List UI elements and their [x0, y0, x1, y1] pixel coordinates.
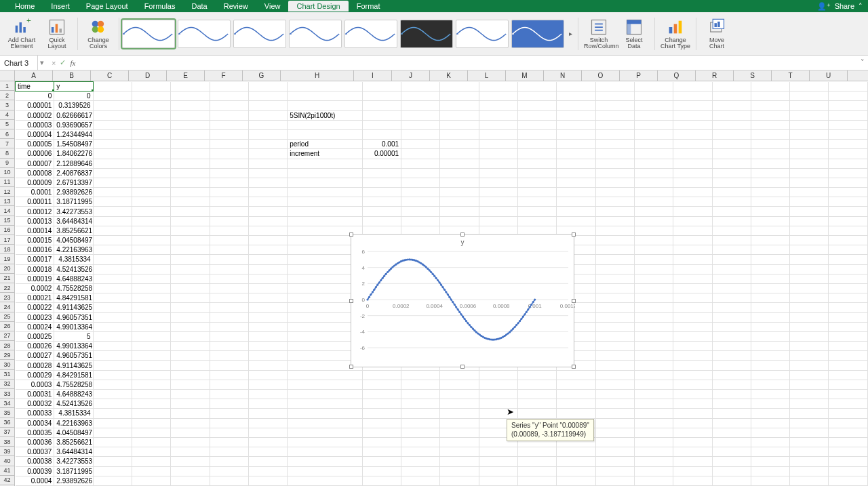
cell-R7[interactable] [712, 140, 751, 149]
chevron-up-icon[interactable]: ˄ [859, 2, 863, 11]
cell-D24[interactable] [132, 303, 170, 312]
cell-H38[interactable] [288, 437, 363, 447]
cell-T37[interactable] [790, 428, 829, 437]
cell-Q39[interactable] [673, 447, 712, 457]
cell-T24[interactable] [790, 303, 829, 312]
cell-F18[interactable] [210, 245, 248, 255]
cell-P42[interactable] [634, 476, 673, 485]
cell-O38[interactable] [595, 437, 634, 447]
cell-S23[interactable] [751, 293, 789, 303]
cell-A12[interactable]: 0.0001 [16, 188, 54, 197]
cell-Q28[interactable] [673, 342, 712, 351]
cell-C9[interactable] [93, 159, 132, 168]
cell-A32[interactable]: 0.0003 [16, 380, 54, 389]
column-header-M[interactable]: M [506, 70, 544, 81]
cell-N15[interactable] [557, 216, 595, 226]
cell-O29[interactable] [595, 351, 634, 361]
row-header-42[interactable]: 42 [0, 476, 14, 485]
row-header-40[interactable]: 40 [0, 456, 14, 466]
cell-D33[interactable] [132, 390, 170, 399]
cell-D4[interactable] [132, 110, 170, 120]
cell-R35[interactable] [712, 409, 751, 418]
cell-P33[interactable] [634, 390, 673, 399]
cell-R21[interactable] [712, 274, 751, 283]
cell-B32[interactable]: 4.75528258 [54, 380, 93, 389]
cell-A11[interactable]: 0.00009 [16, 178, 54, 187]
cell-Q33[interactable] [673, 390, 712, 399]
cell-D9[interactable] [132, 159, 170, 168]
cell-R31[interactable] [712, 370, 751, 380]
cell-M42[interactable] [517, 476, 556, 485]
cell-B34[interactable]: 4.52413526 [54, 399, 93, 409]
cell-A7[interactable]: 0.00005 [16, 140, 54, 149]
cell-C18[interactable] [93, 245, 132, 255]
cell-M4[interactable] [517, 110, 556, 120]
cell-M9[interactable] [517, 159, 556, 168]
cell-S24[interactable] [751, 303, 789, 312]
cell-F14[interactable] [210, 207, 248, 216]
resize-handle-se[interactable] [572, 365, 576, 369]
cell-T1[interactable] [790, 82, 829, 92]
cell-K5[interactable] [440, 120, 479, 129]
chart-style-4[interactable] [289, 20, 342, 48]
cell-O25[interactable] [595, 312, 634, 322]
cell-U19[interactable] [829, 255, 868, 264]
cell-N39[interactable] [557, 447, 595, 457]
cell-A1[interactable]: time [16, 82, 54, 92]
cell-T19[interactable] [790, 255, 829, 264]
cell-O11[interactable] [595, 178, 634, 187]
cell-U42[interactable] [829, 476, 868, 485]
cell-C27[interactable] [93, 331, 132, 341]
cell-S35[interactable] [751, 409, 789, 418]
cell-L42[interactable] [479, 476, 517, 485]
cell-A26[interactable]: 0.00024 [16, 322, 54, 331]
cell-R16[interactable] [712, 226, 751, 235]
cell-S15[interactable] [751, 216, 789, 226]
cell-E42[interactable] [171, 476, 210, 485]
cell-A10[interactable]: 0.00008 [16, 168, 54, 178]
cell-A28[interactable]: 0.00026 [16, 342, 54, 351]
cell-Q15[interactable] [673, 216, 712, 226]
cell-U11[interactable] [829, 178, 868, 187]
cell-F11[interactable] [210, 178, 248, 187]
cell-C36[interactable] [93, 418, 132, 428]
cell-O15[interactable] [595, 216, 634, 226]
cell-I1[interactable] [362, 82, 401, 92]
cell-U30[interactable] [829, 361, 868, 370]
cell-T15[interactable] [790, 216, 829, 226]
cell-J14[interactable] [401, 207, 440, 216]
cell-G42[interactable] [248, 476, 287, 485]
cell-A24[interactable]: 0.00022 [16, 303, 54, 312]
cell-P39[interactable] [634, 447, 673, 457]
cell-H33[interactable] [288, 390, 363, 399]
cell-D26[interactable] [132, 322, 170, 331]
cell-O9[interactable] [595, 159, 634, 168]
cell-H40[interactable] [288, 457, 363, 466]
cell-C41[interactable] [93, 466, 132, 476]
cell-T32[interactable] [790, 380, 829, 389]
cell-M41[interactable] [517, 466, 556, 476]
cell-U8[interactable] [829, 149, 868, 159]
cell-I32[interactable] [362, 380, 401, 389]
cell-B1[interactable]: y [54, 82, 93, 92]
cell-A27[interactable]: 0.00025 [16, 331, 54, 341]
cell-A37[interactable]: 0.00035 [16, 428, 54, 437]
cell-M39[interactable] [517, 447, 556, 457]
cell-T31[interactable] [790, 370, 829, 380]
cell-K41[interactable] [440, 466, 479, 476]
cell-B19[interactable]: 4.3815334 [54, 255, 93, 264]
cell-O10[interactable] [595, 168, 634, 178]
cell-C8[interactable] [93, 149, 132, 159]
cell-T28[interactable] [790, 342, 829, 351]
cell-E1[interactable] [171, 82, 210, 92]
cell-S8[interactable] [751, 149, 789, 159]
cell-U16[interactable] [829, 226, 868, 235]
cell-T36[interactable] [790, 418, 829, 428]
cell-K3[interactable] [440, 101, 479, 110]
cell-D3[interactable] [132, 101, 170, 110]
cell-S40[interactable] [751, 457, 789, 466]
cell-G21[interactable] [248, 274, 287, 283]
cell-I42[interactable] [362, 476, 401, 485]
cell-O4[interactable] [595, 110, 634, 120]
cell-G4[interactable] [248, 110, 287, 120]
